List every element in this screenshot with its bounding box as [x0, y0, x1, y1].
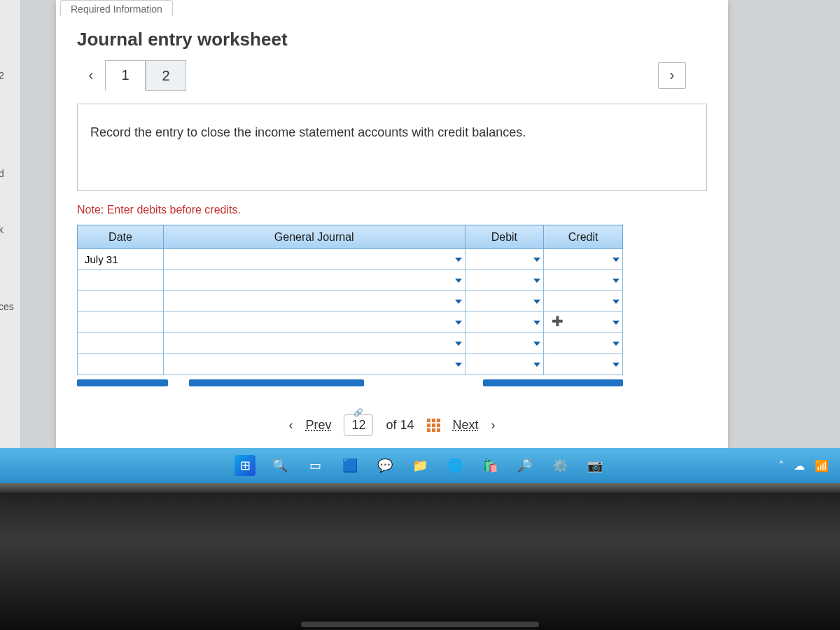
laptop-chassis	[0, 483, 840, 630]
cell-general-journal[interactable]	[164, 249, 465, 270]
table-row	[78, 354, 623, 375]
col-header-date: Date	[78, 225, 164, 249]
instruction-box: Record the entry to close the income sta…	[77, 104, 707, 191]
cell-date[interactable]	[78, 333, 164, 354]
table-row: July 31	[78, 249, 623, 270]
taskview-icon[interactable]: ▭	[304, 455, 326, 476]
magnifier-icon[interactable]: 🔎	[514, 455, 536, 476]
cell-debit[interactable]	[465, 291, 544, 312]
rail-frag: ces	[0, 301, 14, 312]
col-header-credit: Credit	[544, 225, 623, 249]
cell-date[interactable]: July 31	[78, 249, 164, 270]
cloud-icon[interactable]: ☁	[794, 459, 805, 472]
cell-date[interactable]	[78, 270, 164, 291]
step-tab-1[interactable]: 1	[105, 60, 146, 91]
page-current[interactable]: 12	[344, 414, 373, 436]
grid-scroll-indicator	[77, 379, 623, 386]
cell-credit[interactable]	[544, 249, 623, 270]
cell-date[interactable]	[78, 312, 164, 333]
page-of-label: of 14	[386, 418, 414, 433]
cell-credit[interactable]	[544, 291, 623, 312]
rail-frag: k	[0, 224, 4, 235]
laptop-hinge	[0, 483, 840, 493]
cell-debit[interactable]	[465, 249, 544, 270]
table-row	[78, 333, 623, 354]
table-row	[78, 291, 623, 312]
required-info-tab[interactable]: Required Information	[60, 0, 173, 16]
cell-general-journal[interactable]	[164, 333, 465, 354]
journal-table: Date General Journal Debit Credit July 3…	[77, 225, 623, 375]
cell-general-journal[interactable]	[164, 270, 465, 291]
journal-grid: Date General Journal Debit Credit July 3…	[77, 225, 707, 386]
table-row	[78, 312, 623, 333]
settings-icon[interactable]: ⚙️	[550, 455, 570, 476]
cell-date[interactable]	[78, 291, 164, 312]
edge-icon[interactable]: 🌐	[444, 455, 465, 476]
laptop-touchpad-edge	[301, 622, 539, 627]
cell-general-journal[interactable]	[164, 354, 465, 375]
col-header-debit: Debit	[465, 225, 544, 249]
file-explorer-icon[interactable]: 📁	[410, 455, 430, 476]
grid-icon[interactable]	[427, 419, 440, 432]
camera-icon[interactable]: 📷	[584, 455, 606, 476]
cell-date[interactable]	[78, 354, 164, 375]
search-icon[interactable]: 🔍	[270, 455, 290, 476]
worksheet-panel: Required Information Journal entry works…	[56, 0, 728, 450]
chevron-left-icon: ‹	[288, 418, 293, 433]
step-prev-button[interactable]: ‹	[77, 62, 105, 89]
widgets-icon[interactable]: 🟦	[340, 455, 360, 476]
cell-debit[interactable]	[465, 312, 544, 333]
chevron-up-icon[interactable]: ˄	[778, 459, 784, 472]
wifi-icon[interactable]: 📶	[815, 459, 829, 472]
cell-debit[interactable]	[465, 333, 544, 354]
cell-debit[interactable]	[465, 354, 544, 375]
chat-icon[interactable]: 💬	[374, 455, 396, 476]
start-icon[interactable]: ⊞	[234, 455, 255, 476]
cell-debit[interactable]	[465, 270, 544, 291]
cell-credit[interactable]	[544, 333, 623, 354]
cell-general-journal[interactable]	[164, 312, 465, 333]
cell-credit[interactable]	[544, 270, 623, 291]
system-tray[interactable]: ˄ ☁ 📶	[778, 459, 829, 472]
step-next-button[interactable]: ›	[658, 62, 686, 89]
rail-frag: 2	[0, 70, 4, 81]
next-link[interactable]: Next	[453, 418, 479, 433]
page-title: Journal entry worksheet	[56, 16, 728, 60]
cell-credit[interactable]	[544, 354, 623, 375]
rail-frag: d	[0, 168, 4, 179]
pager: ‹ Prev 12 of 14 Next ›	[56, 414, 728, 436]
cell-general-journal[interactable]	[164, 291, 465, 312]
cell-credit[interactable]	[544, 312, 623, 333]
store-icon[interactable]: 🛍️	[479, 455, 500, 476]
table-row	[78, 270, 623, 291]
prev-link[interactable]: Prev	[305, 418, 331, 433]
windows-taskbar: ⊞ 🔍 ▭ 🟦 💬 📁 🌐 🛍️ 🔎 ⚙️ 📷 ˄ ☁ 📶	[0, 448, 840, 483]
note-text: Note: Enter debits before credits.	[77, 204, 728, 216]
chevron-right-icon: ›	[491, 418, 496, 433]
col-header-general-journal: General Journal	[164, 225, 465, 249]
step-tabs-row: ‹ 1 2 ›	[56, 60, 728, 91]
step-tab-2[interactable]: 2	[146, 60, 186, 91]
